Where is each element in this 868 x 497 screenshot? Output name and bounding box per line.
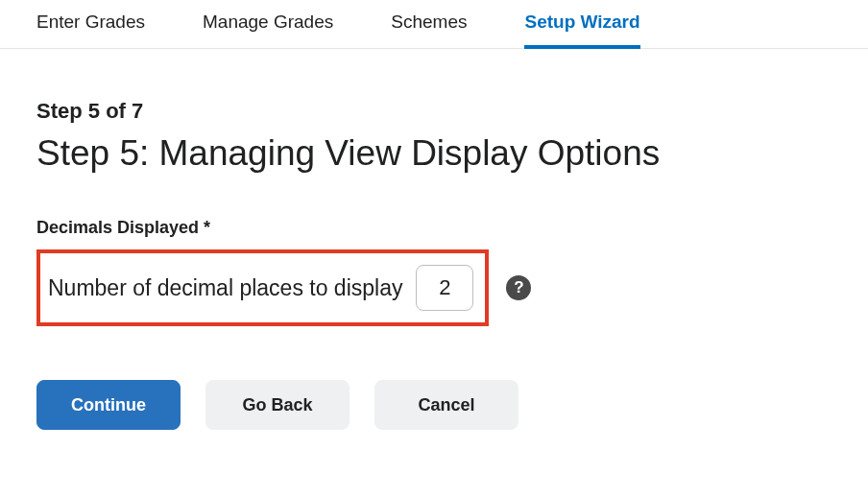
tab-enter-grades[interactable]: Enter Grades — [36, 12, 145, 48]
tab-schemes[interactable]: Schemes — [391, 12, 467, 48]
wizard-content: Step 5 of 7 Step 5: Managing View Displa… — [0, 49, 868, 430]
tab-manage-grades[interactable]: Manage Grades — [203, 12, 333, 48]
action-buttons: Continue Go Back Cancel — [36, 380, 832, 430]
step-indicator: Step 5 of 7 — [36, 99, 832, 124]
cancel-button[interactable]: Cancel — [374, 380, 518, 430]
tab-bar: Enter Grades Manage Grades Schemes Setup… — [0, 0, 868, 49]
decimal-places-label: Number of decimal places to display — [48, 275, 402, 301]
help-icon[interactable]: ? — [506, 275, 531, 300]
highlight-box: Number of decimal places to display — [36, 249, 489, 326]
decimal-places-input[interactable] — [416, 265, 473, 311]
continue-button[interactable]: Continue — [36, 380, 181, 430]
tab-setup-wizard[interactable]: Setup Wizard — [524, 12, 639, 48]
decimal-field-row: Number of decimal places to display — [48, 265, 473, 311]
go-back-button[interactable]: Go Back — [205, 380, 350, 430]
step-title: Step 5: Managing View Display Options — [36, 133, 832, 174]
section-label-decimals: Decimals Displayed * — [36, 218, 832, 238]
